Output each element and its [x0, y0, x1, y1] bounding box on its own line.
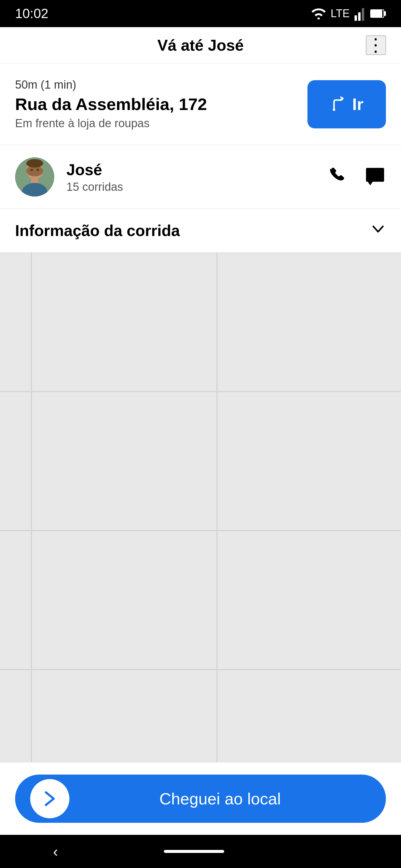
call-button[interactable]	[325, 166, 346, 187]
arrived-button-circle	[30, 779, 69, 818]
bottom-bar: Cheguei ao local	[0, 762, 401, 835]
destination-hint: Em frente à loja de roupas	[15, 117, 298, 130]
home-indicator[interactable]	[164, 850, 224, 853]
info-section[interactable]: Informação da corrida	[0, 209, 401, 253]
destination-distance: 50m (1 min)	[15, 79, 298, 91]
svg-point-0	[317, 18, 320, 19]
destination-section: 50m (1 min) Rua da Assembléia, 172 Em fr…	[0, 63, 401, 145]
signal-icon	[354, 6, 365, 21]
page-title: Vá até José	[157, 36, 244, 54]
status-icons: LTE	[311, 6, 386, 21]
battery-icon	[370, 8, 386, 19]
svg-point-8	[333, 108, 335, 111]
svg-point-16	[36, 169, 39, 171]
svg-point-12	[26, 165, 43, 176]
chevron-right-icon	[39, 788, 60, 809]
phone-icon	[325, 166, 346, 187]
map-section	[0, 253, 401, 762]
svg-point-15	[30, 169, 33, 171]
driver-actions	[325, 166, 386, 188]
go-button-label: Ir	[352, 94, 363, 114]
back-button[interactable]: ‹	[53, 843, 58, 860]
destination-address: Rua da Assembléia, 172	[15, 94, 298, 114]
arrived-button[interactable]: Cheguei ao local	[15, 775, 386, 823]
svg-rect-19	[0, 253, 401, 762]
chat-icon	[364, 166, 386, 188]
driver-name: José	[66, 161, 325, 179]
chevron-down-icon	[370, 221, 386, 240]
status-bar: 10:02 LTE	[0, 0, 401, 27]
svg-marker-18	[368, 182, 373, 185]
driver-section: José 15 corridas	[0, 145, 401, 209]
menu-button[interactable]: ⋮	[366, 36, 386, 55]
wifi-icon	[311, 8, 326, 19]
status-time: 10:02	[15, 6, 48, 21]
go-button[interactable]: Ir	[308, 80, 386, 128]
svg-rect-17	[366, 168, 384, 182]
lte-label: LTE	[331, 7, 350, 20]
svg-rect-3	[362, 8, 364, 21]
arrived-button-label: Cheguei ao local	[69, 789, 371, 808]
driver-rides: 15 corridas	[66, 181, 325, 193]
driver-info: José 15 corridas	[66, 161, 325, 193]
info-label: Informação da corrida	[15, 221, 180, 240]
svg-rect-5	[384, 11, 386, 16]
driver-avatar	[15, 157, 54, 196]
route-icon	[330, 96, 347, 113]
header: Vá até José ⋮	[0, 27, 401, 63]
svg-rect-2	[358, 12, 361, 21]
message-button[interactable]	[364, 166, 386, 188]
destination-info: 50m (1 min) Rua da Assembléia, 172 Em fr…	[15, 79, 298, 130]
nav-bar: ‹	[0, 835, 401, 868]
svg-rect-7	[371, 10, 382, 17]
svg-rect-1	[354, 16, 357, 21]
